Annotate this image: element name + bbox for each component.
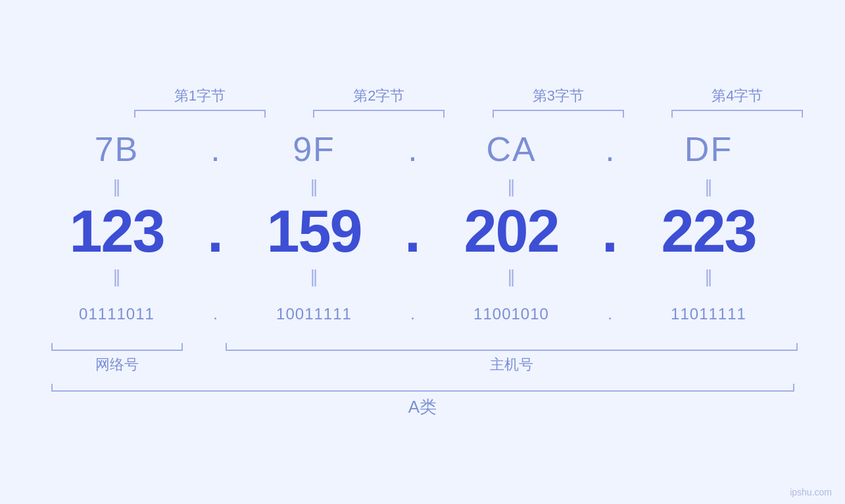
byte-col-2: 第2字节 — [299, 86, 459, 118]
eq-dot2-1 — [206, 268, 226, 285]
bin-cell-3: 11001010 — [423, 305, 600, 323]
hex-value-1: 7B — [95, 130, 139, 168]
dec-value-4: 223 — [661, 198, 756, 264]
hex-cell-1: 7B — [28, 129, 206, 169]
eq-dot2-2 — [403, 268, 423, 285]
eq-1-4: ‖ — [620, 178, 798, 195]
bin-value-2: 10011111 — [276, 305, 352, 323]
eq-2-4: ‖ — [620, 268, 798, 285]
dec-value-3: 202 — [464, 198, 558, 264]
class-bracket — [51, 384, 794, 392]
byte-col-4: 第4字节 — [658, 86, 817, 118]
hex-cell-4: DF — [620, 129, 798, 169]
bin-dot-3: . — [600, 305, 620, 323]
bin-row: 01111011 . 10011111 . 11001010 . 1101111… — [28, 288, 817, 340]
eq-2-3: ‖ — [423, 268, 600, 285]
eq-dot-3 — [600, 178, 620, 195]
bin-value-4: 11011111 — [671, 305, 746, 323]
bin-value-3: 11001010 — [473, 305, 549, 323]
equals-row-2: ‖ ‖ ‖ ‖ — [28, 268, 817, 285]
net-bracket — [51, 343, 183, 351]
bin-cell-2: 10011111 — [226, 305, 403, 323]
hex-row-wrapper: 16 进制 7B . 9F . CA . DF — [28, 123, 817, 175]
dec-cell-1: 123 — [28, 198, 206, 265]
byte-col-1: 第1字节 — [120, 86, 280, 118]
class-bracket-wrapper — [51, 384, 817, 392]
network-label: 网络号 — [95, 356, 139, 373]
host-label-cell: 主机号 — [226, 355, 798, 375]
hex-dot-1: . — [206, 129, 226, 169]
byte-header-row: 第1字节 第2字节 第3字节 第4字节 — [120, 86, 817, 118]
hex-value-4: DF — [685, 130, 733, 168]
eq-1-2: ‖ — [226, 178, 403, 195]
net-host-label-row: 网络号 主机号 — [28, 355, 817, 375]
dec-dot-3: . — [600, 202, 620, 261]
network-label-cell: 网络号 — [28, 355, 206, 375]
bin-brackets-row — [28, 343, 817, 351]
byte-label-4: 第4字节 — [658, 86, 817, 106]
bin-value-1: 01111011 — [79, 305, 155, 323]
host-label: 主机号 — [490, 356, 533, 373]
dec-dot-1: . — [206, 202, 226, 261]
dec-value-1: 123 — [69, 198, 164, 264]
class-section: A类 — [28, 384, 817, 419]
byte-label-2: 第2字节 — [299, 86, 459, 106]
hex-value-2: 9F — [293, 130, 335, 168]
byte-label-1: 第1字节 — [120, 86, 280, 106]
dec-cell-4: 223 — [620, 198, 798, 265]
eq-dot2-3 — [600, 268, 620, 285]
byte-col-3: 第3字节 — [479, 86, 639, 118]
hex-dot-2: . — [403, 129, 423, 169]
hex-dot-3: . — [600, 129, 620, 169]
bracket-top-2 — [313, 110, 445, 118]
bracket-top-4 — [671, 110, 803, 118]
equals-row-1: ‖ ‖ ‖ ‖ — [28, 178, 817, 195]
host-bracket — [226, 343, 798, 351]
dec-cell-3: 202 — [423, 198, 600, 265]
eq-dot-2 — [403, 178, 423, 195]
eq-1-1: ‖ — [28, 178, 206, 195]
host-bracket-cell — [226, 343, 798, 351]
eq-1-3: ‖ — [423, 178, 600, 195]
watermark: ipshu.com — [790, 487, 832, 497]
dec-value-2: 159 — [266, 198, 361, 264]
net-bracket-cell — [28, 343, 206, 351]
bracket-top-1 — [134, 110, 266, 118]
bracket-top-3 — [493, 110, 624, 118]
eq-2-2: ‖ — [226, 268, 403, 285]
hex-value-3: CA — [486, 130, 536, 168]
bin-row-wrapper: 2 进制 01111011 . 10011111 . 11001010 . 11… — [28, 288, 817, 340]
dec-row-wrapper: 10 进制 123 . 159 . 202 . 223 — [28, 198, 817, 265]
hex-cell-2: 9F — [226, 129, 403, 169]
hex-cell-3: CA — [423, 129, 600, 169]
dec-dot-2: . — [403, 202, 423, 261]
eq-dot-1 — [206, 178, 226, 195]
dec-row: 123 . 159 . 202 . 223 — [28, 198, 817, 265]
main-container: 第1字节 第2字节 第3字节 第4字节 16 进制 7B — [28, 73, 817, 432]
eq-2-1: ‖ — [28, 268, 206, 285]
bin-cell-4: 11011111 — [620, 305, 798, 323]
hex-row: 7B . 9F . CA . DF — [28, 123, 817, 175]
dec-cell-2: 159 — [226, 198, 403, 265]
class-label: A类 — [28, 396, 817, 419]
bin-dot-1: . — [206, 305, 226, 323]
byte-label-3: 第3字节 — [479, 86, 639, 106]
bin-cell-1: 01111011 — [28, 305, 206, 323]
bin-dot-2: . — [403, 305, 423, 323]
